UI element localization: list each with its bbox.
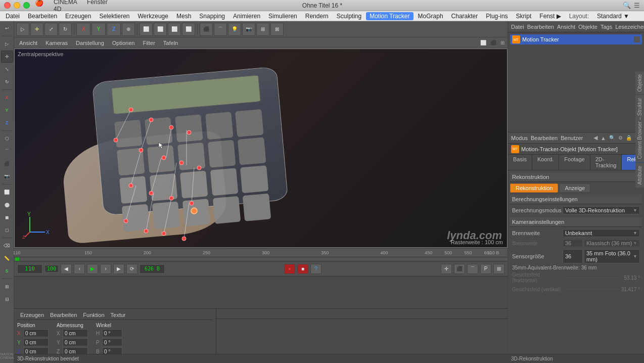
menu-snapping[interactable]: Snapping: [196, 12, 228, 20]
tb-scale[interactable]: ⤢: [44, 23, 58, 36]
brennweite-select[interactable]: Unbekannt ▼: [563, 229, 640, 237]
menu-bearbeiten2[interactable]: Bearbeiten: [47, 311, 80, 319]
maximize-button[interactable]: [23, 2, 30, 9]
tb-select[interactable]: ▷: [16, 23, 29, 36]
menu-werkzeuge[interactable]: Werkzeuge: [134, 12, 171, 20]
klassisch-select[interactable]: Klassisch (36 mm) ▼: [584, 239, 640, 247]
tb-anim3[interactable]: ⬜: [168, 23, 181, 36]
menu-skript[interactable]: Skript: [513, 12, 535, 20]
btn-stop[interactable]: ■: [297, 264, 308, 274]
btn-prev[interactable]: ◀: [61, 264, 72, 274]
vp-icon-2[interactable]: ⬛: [490, 40, 496, 46]
tool-5[interactable]: ⬜: [1, 186, 13, 198]
btn-info[interactable]: ?: [310, 264, 321, 274]
menu-layout-value[interactable]: Standard ▼: [593, 12, 633, 20]
btn-next-frame[interactable]: ›: [100, 264, 111, 274]
obj-tag-1[interactable]: [634, 36, 640, 42]
btn-camera2[interactable]: P: [480, 264, 491, 274]
tool-measure[interactable]: 📏: [1, 252, 13, 264]
tool-9[interactable]: S: [1, 265, 13, 277]
tab-2d-tracking[interactable]: 2D-Tracking: [590, 155, 622, 170]
btn-dots[interactable]: ⊞: [493, 264, 504, 274]
tb-coord[interactable]: ⊕: [122, 23, 135, 36]
btn-prev-frame[interactable]: ‹: [74, 264, 85, 274]
tool-x-axis[interactable]: X: [1, 92, 13, 104]
tool-select[interactable]: ▷: [1, 38, 13, 50]
tb-grid[interactable]: ⊞: [256, 23, 269, 36]
tb-rotate[interactable]: ↻: [59, 23, 72, 36]
btn-stop-red[interactable]: ●: [284, 264, 295, 274]
menu-motion-tracker[interactable]: Motion Tracker: [366, 12, 413, 20]
am-bearbeiten[interactable]: Bearbeiten: [531, 135, 558, 141]
menu-selektieren[interactable]: Selektieren: [96, 12, 133, 20]
vp-optionen[interactable]: Optionen: [110, 40, 137, 46]
tab-basis[interactable]: Basis: [508, 155, 532, 170]
am-icon-3[interactable]: 🔒: [626, 135, 632, 141]
am-benutzer[interactable]: Benutzer: [561, 135, 583, 141]
search-icon[interactable]: 🔍: [623, 2, 631, 9]
tool-move[interactable]: ✛: [1, 51, 13, 63]
tool-scale[interactable]: ⤡: [1, 63, 13, 75]
am-icon-2[interactable]: ⚙: [618, 135, 623, 141]
am-modus[interactable]: Modus: [511, 135, 528, 141]
motion-tracker-tree-item[interactable]: MT Motion Tracker: [510, 34, 642, 44]
tool-polygon[interactable]: ⬡: [1, 132, 13, 145]
viewport[interactable]: Zentralperspektive Rasterweite : 100 cm …: [14, 49, 508, 248]
frame-field[interactable]: 110: [17, 264, 42, 274]
menu-erzeugen2[interactable]: Erzeugen: [17, 311, 47, 319]
tb-y[interactable]: Y: [91, 23, 106, 36]
btn-play[interactable]: ▶: [87, 264, 98, 274]
menu-simulieren[interactable]: Simulieren: [265, 12, 301, 20]
am-arrow-up[interactable]: ▲: [601, 135, 606, 141]
list-icon[interactable]: ☰: [634, 2, 640, 9]
y-dim-input[interactable]: [63, 338, 88, 346]
vp-darstellung[interactable]: Darstellung: [74, 40, 106, 46]
tool-6[interactable]: ⬤: [1, 199, 13, 211]
btn-key[interactable]: ⬛: [454, 264, 465, 274]
edge-label-objekte[interactable]: Objekte: [635, 71, 644, 95]
om-tags[interactable]: Tags: [601, 24, 612, 30]
apple-menu[interactable]: 🍎: [35, 0, 43, 13]
om-lesezeichen[interactable]: Lesezeichen: [615, 24, 644, 30]
menu-datei[interactable]: Datei: [2, 12, 23, 20]
tb-last[interactable]: ⊠: [270, 23, 284, 36]
om-datei[interactable]: Datei: [511, 24, 524, 30]
tool-y-axis[interactable]: Y: [1, 104, 13, 116]
btn-snap[interactable]: ✛: [441, 264, 452, 274]
menu-erzeugen[interactable]: Erzeugen: [62, 12, 95, 20]
menu-mograph[interactable]: MoGraph: [415, 12, 447, 20]
h-angle-input[interactable]: [102, 329, 122, 337]
x-dim-input[interactable]: [63, 329, 88, 337]
tb-anim1[interactable]: ⬜: [140, 23, 153, 36]
vp-icon-1[interactable]: ⬜: [480, 40, 486, 46]
tool-10[interactable]: ⊞: [1, 281, 13, 293]
tb-cam[interactable]: 📷: [242, 23, 255, 36]
menu-funktion[interactable]: Funktion: [80, 311, 107, 319]
tb-z[interactable]: Z: [107, 23, 121, 36]
menu-textur[interactable]: Textur: [108, 311, 129, 319]
frame-end-field[interactable]: 626 B: [140, 264, 165, 274]
vp-tafeln[interactable]: Tafeln: [161, 40, 180, 46]
p-angle-input[interactable]: [102, 338, 122, 346]
vp-filter[interactable]: Filter: [141, 40, 157, 46]
tab-footage[interactable]: Footage: [559, 155, 590, 170]
tb-anim4[interactable]: ⬜: [182, 23, 195, 36]
tool-8[interactable]: ◻: [1, 224, 13, 236]
tool-11[interactable]: ⊟: [1, 293, 13, 305]
x-pos-input[interactable]: [23, 329, 49, 337]
minimize-button[interactable]: [14, 2, 20, 9]
tb-x[interactable]: X: [76, 23, 90, 36]
tool-camera[interactable]: 📷: [1, 170, 13, 183]
menu-bearbeiten[interactable]: Bearbeiten: [24, 12, 61, 20]
y-pos-input[interactable]: [23, 338, 49, 346]
tb-move[interactable]: ✛: [30, 23, 43, 36]
menu-animieren[interactable]: Animieren: [229, 12, 264, 20]
tab-koord[interactable]: Koord.: [532, 155, 559, 170]
am-icon-1[interactable]: 🔍: [609, 135, 615, 141]
btn-first[interactable]: ⟳: [126, 264, 137, 274]
tool-rotate[interactable]: ↻: [1, 76, 13, 88]
menu-charakter[interactable]: Charakter: [448, 12, 482, 20]
tool-paint[interactable]: ⌫: [1, 240, 13, 252]
vp-kameras[interactable]: Kameras: [43, 40, 70, 46]
berechnungsmodus-select[interactable]: Volle 3D-Rekonstruktion ▼: [563, 206, 640, 214]
